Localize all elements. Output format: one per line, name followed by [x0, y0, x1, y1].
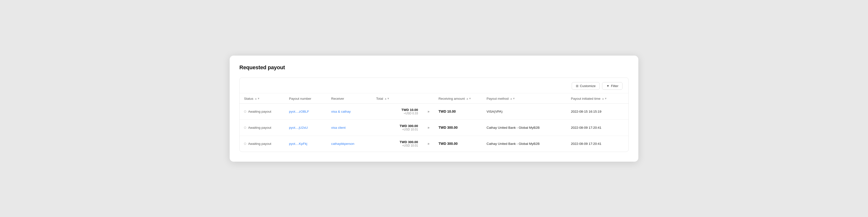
payout-method-value-0: VISA(VPA) — [487, 110, 503, 113]
receiving-amount-value-1: TWD 300.00 — [439, 126, 458, 130]
sort-icon-time: ▲▼ — [601, 97, 607, 100]
col-header-status[interactable]: Status ▲▼ — [240, 93, 285, 104]
status-dot-2 — [244, 143, 246, 145]
payout-method-cell-0: VISA(VPA) — [482, 103, 566, 119]
receiver-link-2[interactable]: cathaybkperson — [331, 142, 354, 145]
payout-table: Status ▲▼ Payout number Receiver — [240, 93, 628, 152]
receiver-link-0[interactable]: visa & cathay — [331, 110, 350, 113]
col-header-arrow — [422, 93, 434, 104]
arrow-cell-2: » — [422, 136, 434, 152]
total-main-2: TWD 300.00 — [376, 140, 418, 144]
status-label-1: Awaiting payout — [248, 126, 271, 130]
col-header-receiving-amount[interactable]: Receiving amount ▲▼ — [434, 93, 482, 104]
customize-button[interactable]: ⊞ Customize — [572, 82, 600, 90]
receiver-link-1[interactable]: visa client — [331, 126, 345, 130]
payout-number-link-1[interactable]: pyot....jU2sU — [289, 126, 308, 130]
initiated-time-value-0: 2022-08-15 16:15:19 — [571, 110, 601, 113]
total-sub-1: ≈USD 10.01 — [376, 128, 418, 131]
table-row: Awaiting payout pyot....jU2sU visa clien… — [240, 119, 628, 136]
total-sub-0: ≈USD 0.33 — [376, 112, 418, 115]
payout-number-link-2[interactable]: pyot....KpFkj — [289, 142, 307, 145]
arrow-cell-1: » — [422, 119, 434, 136]
filter-icon: ▼ — [606, 84, 610, 88]
payout-method-cell-2: Cathay United Bank - Global MyB2B — [482, 136, 566, 152]
chevron-icon-2: » — [428, 142, 429, 145]
initiated-time-cell-2: 2022-08-09 17:20:41 — [566, 136, 628, 152]
chevron-icon-0: » — [428, 109, 429, 113]
payout-number-cell-1: pyot....jU2sU — [285, 119, 327, 136]
table-card: ⊞ Customize ▼ Filter Status ▲▼ — [239, 78, 629, 152]
col-header-payout-method[interactable]: Payout method ▲▼ — [482, 93, 566, 104]
initiated-time-cell-0: 2022-08-15 16:15:19 — [566, 103, 628, 119]
col-header-total[interactable]: Total ▲▼ — [372, 93, 422, 104]
payout-method-cell-1: Cathay United Bank - Global MyB2B — [482, 119, 566, 136]
payout-number-cell-2: pyot....KpFkj — [285, 136, 327, 152]
table-row: Awaiting payout pyot....KpFkj cathaybkpe… — [240, 136, 628, 152]
status-dot-0 — [244, 110, 246, 113]
status-cell-0: Awaiting payout — [240, 103, 285, 119]
receiver-cell-2: cathaybkperson — [327, 136, 372, 152]
filter-label: Filter — [611, 84, 618, 88]
table-header-row: Status ▲▼ Payout number Receiver — [240, 93, 628, 104]
initiated-time-value-2: 2022-08-09 17:20:41 — [571, 142, 601, 145]
toolbar: ⊞ Customize ▼ Filter — [240, 78, 628, 93]
total-cell-2: TWD 300.00 ≈USD 10.01 — [372, 136, 422, 152]
initiated-time-value-1: 2022-08-09 17:20:41 — [571, 126, 601, 130]
status-cell-1: Awaiting payout — [240, 119, 285, 136]
payout-number-link-0[interactable]: pyot....zOBLF — [289, 110, 309, 113]
outer-card: Requested payout ⊞ Customize ▼ Filter St… — [230, 56, 638, 162]
initiated-time-cell-1: 2022-08-09 17:20:41 — [566, 119, 628, 136]
table-wrap: Status ▲▼ Payout number Receiver — [240, 93, 628, 152]
customize-icon: ⊞ — [576, 84, 579, 88]
receiving-amount-cell-0: TWD 10.00 — [434, 103, 482, 119]
total-cell-1: TWD 300.00 ≈USD 10.01 — [372, 119, 422, 136]
sort-icon-receiving: ▲▼ — [466, 97, 471, 100]
receiving-amount-cell-1: TWD 300.00 — [434, 119, 482, 136]
customize-label: Customize — [580, 84, 596, 88]
receiver-cell-0: visa & cathay — [327, 103, 372, 119]
receiving-amount-cell-2: TWD 300.00 — [434, 136, 482, 152]
col-header-receiver: Receiver — [327, 93, 372, 104]
total-sub-2: ≈USD 10.01 — [376, 144, 418, 147]
receiving-amount-value-0: TWD 10.00 — [439, 109, 456, 113]
status-label-2: Awaiting payout — [248, 142, 271, 145]
payout-method-value-2: Cathay United Bank - Global MyB2B — [487, 142, 539, 145]
page-title: Requested payout — [239, 64, 629, 71]
arrow-cell-0: » — [422, 103, 434, 119]
payout-number-cell-0: pyot....zOBLF — [285, 103, 327, 119]
receiving-amount-value-2: TWD 300.00 — [439, 142, 458, 145]
sort-icon-total: ▲▼ — [384, 97, 390, 100]
filter-button[interactable]: ▼ Filter — [602, 82, 623, 90]
status-dot-1 — [244, 127, 246, 129]
payout-method-value-1: Cathay United Bank - Global MyB2B — [487, 126, 539, 130]
total-main-1: TWD 300.00 — [376, 124, 418, 128]
receiver-cell-1: visa client — [327, 119, 372, 136]
chevron-icon-1: » — [428, 126, 429, 130]
col-header-payout-number: Payout number — [285, 93, 327, 104]
status-label-0: Awaiting payout — [248, 110, 271, 113]
status-cell-2: Awaiting payout — [240, 136, 285, 152]
total-cell-0: TWD 10.00 ≈USD 0.33 — [372, 103, 422, 119]
table-row: Awaiting payout pyot....zOBLF visa & cat… — [240, 103, 628, 119]
sort-icon-method: ▲▼ — [510, 97, 515, 100]
col-header-initiated-time[interactable]: Payout initiated time ▲▼ — [566, 93, 628, 104]
total-main-0: TWD 10.00 — [376, 108, 418, 112]
sort-icon-status: ▲▼ — [254, 97, 260, 100]
